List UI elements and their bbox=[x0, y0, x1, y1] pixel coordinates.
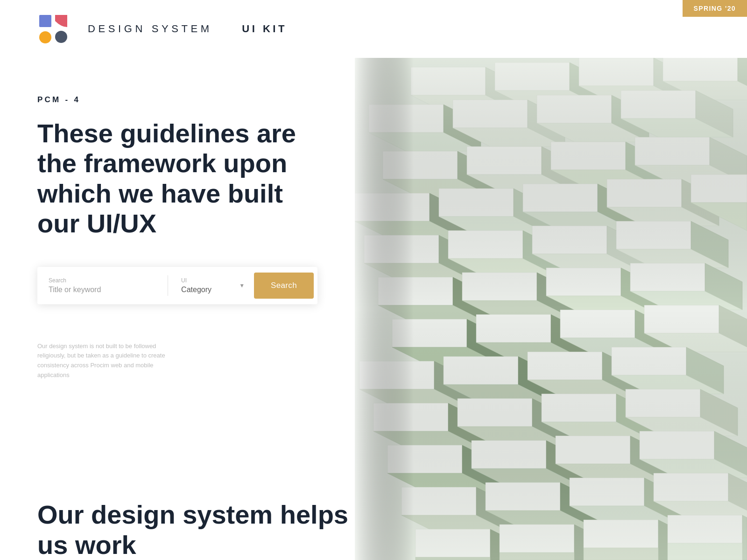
chevron-down-icon: ▼ bbox=[239, 282, 245, 289]
category-value: Category bbox=[181, 286, 211, 294]
logo bbox=[37, 13, 69, 45]
svg-point-1 bbox=[39, 31, 51, 43]
category-field-group: UI Category bbox=[181, 277, 235, 294]
bottom-heading: Our design system helps us work bbox=[37, 500, 355, 560]
brand-title: DESIGN SYSTEM UI KIT bbox=[88, 23, 287, 35]
category-label: UI bbox=[181, 277, 235, 284]
left-content: PCM - 4 These guidelines are the framewo… bbox=[0, 58, 355, 560]
brand-bold: UI KIT bbox=[242, 23, 287, 35]
spring-badge: SPRING '20 bbox=[683, 0, 747, 17]
svg-rect-0 bbox=[39, 15, 51, 27]
search-placeholder: Title or keyword bbox=[49, 286, 101, 294]
search-text-field[interactable]: Search Title or keyword bbox=[49, 273, 160, 298]
header: DESIGN SYSTEM UI KIT bbox=[0, 0, 747, 58]
right-architectural-image bbox=[355, 58, 747, 560]
brand-light: DESIGN SYSTEM bbox=[88, 23, 212, 35]
arch-visual bbox=[355, 58, 747, 560]
spring-badge-text: SPRING '20 bbox=[694, 5, 736, 12]
description-text: Our design system is not built to be fol… bbox=[37, 342, 177, 380]
search-button[interactable]: Search bbox=[254, 273, 314, 299]
search-divider bbox=[168, 275, 168, 296]
svg-rect-2 bbox=[55, 31, 67, 43]
search-container: Search Title or keyword UI Category ▼ Se… bbox=[37, 267, 317, 304]
svg-rect-151 bbox=[355, 58, 747, 560]
pcm-label: PCM - 4 bbox=[37, 95, 317, 105]
category-dropdown[interactable]: UI Category ▼ bbox=[176, 273, 250, 298]
search-label: Search bbox=[49, 277, 160, 284]
hero-heading: These guidelines are the framework upon … bbox=[37, 119, 317, 239]
main-layout: PCM - 4 These guidelines are the framewo… bbox=[0, 58, 747, 560]
